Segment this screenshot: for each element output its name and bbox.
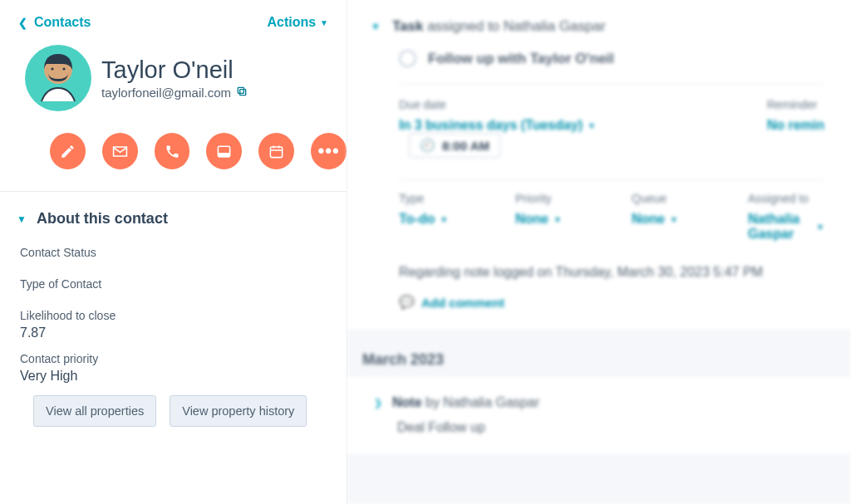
view-all-properties-button[interactable]: View all properties (33, 395, 156, 427)
field-assigned: Assigned to Nathalia Gaspar ▼ (748, 192, 824, 242)
task-checkbox-icon[interactable] (399, 50, 416, 67)
svg-point-2 (51, 67, 53, 70)
field-label: Type (399, 192, 465, 205)
prop-label: Type of Contact (20, 277, 327, 291)
actions-label: Actions (267, 15, 316, 30)
contact-name: Taylor O'neil (101, 56, 248, 84)
svg-rect-7 (219, 153, 230, 157)
prop-contact-status[interactable]: Contact Status (20, 246, 327, 259)
property-buttons: View all properties View property histor… (0, 395, 347, 427)
contact-header: Taylor O'neil taylorfoneil@gmail.com (0, 35, 347, 123)
field-label: Due date (399, 98, 596, 111)
task-header-prefix: Task (392, 18, 424, 34)
prop-label: Contact Status (20, 246, 327, 259)
prop-value: Very High (20, 369, 327, 384)
email-button[interactable] (102, 133, 138, 169)
chevron-down-icon: ▼ (371, 21, 381, 32)
clock-icon: 🕘 (420, 138, 435, 153)
priority-select[interactable]: None ▼ (515, 212, 582, 227)
copy-email-icon[interactable] (236, 86, 248, 100)
note-card: ❯ Note by Nathalia Gaspar Deal Follow up (347, 377, 851, 453)
prop-type-of-contact[interactable]: Type of Contact (20, 277, 327, 291)
chevron-down-icon: ▼ (670, 215, 678, 224)
note-header[interactable]: ❯ Note by Nathalia Gaspar (374, 395, 824, 410)
chevron-down-icon: ▼ (553, 215, 562, 224)
note-button[interactable] (50, 133, 86, 169)
contact-action-row: ••• (0, 123, 347, 192)
due-date-select[interactable]: In 3 business days (Tuesday) ▼ (399, 118, 596, 133)
contact-sidebar: ❮ Contacts Actions ▼ Taylor O'neil tay (0, 0, 347, 504)
svg-rect-8 (271, 146, 283, 157)
field-reminder: Reminder No remin (767, 98, 824, 158)
prop-value: 7.87 (20, 325, 327, 340)
chevron-left-icon: ❮ (18, 17, 27, 29)
add-comment-button[interactable]: 💬 Add comment (371, 295, 824, 310)
prop-likelihood[interactable]: Likelihood to close 7.87 (20, 309, 327, 340)
chevron-down-icon: ▼ (816, 223, 824, 232)
due-time-input[interactable]: 🕘 8:00 AM (409, 133, 500, 158)
about-title: About this contact (37, 210, 168, 228)
comment-icon: 💬 (399, 295, 415, 310)
task-header[interactable]: ▼ Task assigned to Nathalia Gaspar (371, 18, 824, 35)
task-button[interactable] (258, 133, 294, 169)
actions-dropdown[interactable]: Actions ▼ (267, 15, 328, 30)
contact-info: Taylor O'neil taylorfoneil@gmail.com (101, 56, 248, 100)
activity-feed: ▼ Task assigned to Nathalia Gaspar Follo… (347, 0, 851, 504)
chevron-down-icon: ▼ (588, 121, 596, 130)
prop-label: Contact priority (20, 352, 327, 365)
task-title: Follow up with Taylor O'neil (428, 51, 614, 67)
avatar[interactable] (25, 45, 91, 111)
task-row-due: Due date In 3 business days (Tuesday) ▼ … (371, 98, 824, 158)
about-properties: Contact Status Type of Contact Likelihoo… (0, 242, 347, 395)
field-label: Assigned to (748, 192, 824, 205)
chevron-down-icon: ▼ (320, 18, 328, 27)
chevron-right-icon: ❯ (374, 397, 382, 409)
task-regarding-text: Regarding note logged on Thursday, March… (399, 265, 824, 280)
task-title-row[interactable]: Follow up with Taylor O'neil (371, 35, 824, 81)
prop-priority[interactable]: Contact priority Very High (20, 352, 327, 384)
chevron-down-icon: ▼ (17, 213, 27, 225)
back-to-contacts-link[interactable]: ❮ Contacts (18, 15, 91, 30)
prop-label: Likelihood to close (20, 309, 327, 322)
task-row-meta: Type To-do ▼ Priority None ▼ Queue None … (371, 192, 824, 242)
field-label: Queue (632, 192, 698, 205)
note-body: Deal Follow up (374, 410, 824, 435)
assigned-select[interactable]: Nathalia Gaspar ▼ (748, 212, 824, 242)
field-priority: Priority None ▼ (515, 192, 582, 242)
queue-select[interactable]: None ▼ (632, 212, 698, 227)
note-suffix: by Nathalia Gaspar (426, 395, 539, 409)
sidebar-topbar: ❮ Contacts Actions ▼ (0, 0, 347, 35)
call-button[interactable] (155, 133, 190, 169)
view-property-history-button[interactable]: View property history (170, 395, 307, 427)
more-button[interactable]: ••• (311, 133, 347, 169)
svg-rect-4 (240, 90, 246, 95)
task-header-suffix: assigned to Nathalia Gaspar (427, 18, 606, 34)
reminder-select[interactable]: No remin (767, 118, 824, 133)
field-type: Type To-do ▼ (399, 192, 465, 242)
field-label: Reminder (767, 98, 824, 111)
timeline-month-heading: March 2023 (347, 330, 851, 377)
about-section-header[interactable]: ▼ About this contact (0, 192, 347, 242)
field-queue: Queue None ▼ (632, 192, 698, 242)
back-label: Contacts (34, 15, 91, 30)
contact-email: taylorfoneil@gmail.com (101, 86, 231, 100)
log-button[interactable] (206, 133, 242, 169)
more-icon: ••• (318, 140, 340, 162)
svg-rect-5 (238, 87, 243, 93)
chevron-down-icon: ▼ (440, 215, 448, 224)
task-card: ▼ Task assigned to Nathalia Gaspar Follo… (347, 0, 851, 330)
note-prefix: Note (392, 395, 422, 409)
type-select[interactable]: To-do ▼ (399, 212, 465, 227)
field-label: Priority (515, 192, 582, 205)
field-due-date: Due date In 3 business days (Tuesday) ▼ … (399, 98, 596, 158)
svg-point-3 (62, 67, 65, 70)
